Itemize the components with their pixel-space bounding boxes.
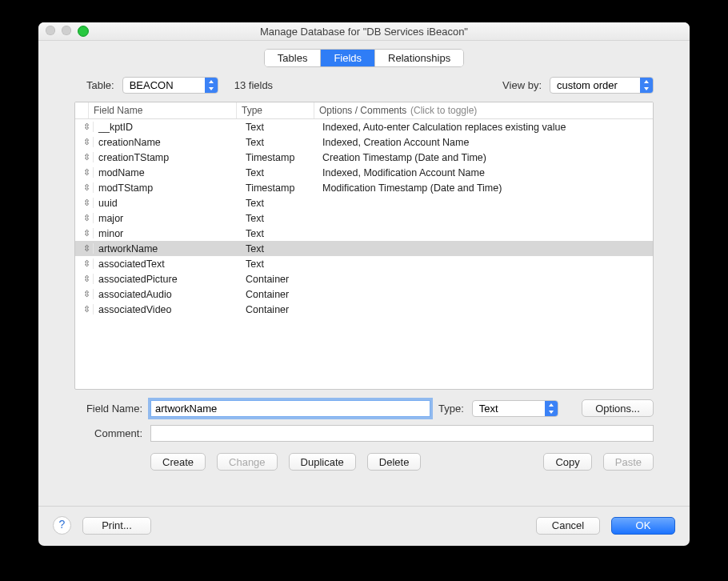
cell-field-name: modName: [94, 167, 241, 178]
options-button[interactable]: Options...: [582, 399, 654, 417]
table-row[interactable]: ⇳__kptIDTextIndexed, Auto-enter Calculat…: [75, 119, 653, 134]
cell-field-name: artworkName: [94, 243, 241, 254]
cell-type: Text: [241, 228, 318, 239]
table-select[interactable]: BEACON: [122, 77, 218, 94]
comment-label: Comment:: [74, 427, 142, 439]
cell-type: Text: [241, 258, 318, 270]
table-row[interactable]: ⇳associatedAudioContainer: [75, 286, 653, 302]
table-row[interactable]: ⇳creationNameTextIndexed, Creation Accou…: [75, 134, 653, 150]
cell-field-name: associatedVideo: [94, 304, 241, 315]
table-header: Field Name Type Options / Comments (Clic…: [75, 102, 653, 119]
create-button[interactable]: Create: [150, 453, 206, 471]
drag-handle-icon[interactable]: ⇳: [75, 274, 94, 284]
cell-type: Container: [241, 289, 318, 300]
help-button[interactable]: ?: [53, 516, 71, 535]
tab-segmented-control: Tables Fields Relationships: [264, 49, 464, 67]
cell-type: Text: [241, 213, 318, 224]
table-row[interactable]: ⇳majorText: [75, 210, 653, 226]
drag-handle-icon[interactable]: ⇳: [75, 182, 94, 193]
window-zoom-button[interactable]: [78, 26, 89, 37]
change-button[interactable]: Change: [217, 453, 278, 471]
table-body[interactable]: ⇳__kptIDTextIndexed, Auto-enter Calculat…: [75, 119, 653, 389]
cell-field-name: creationName: [94, 137, 241, 148]
print-button[interactable]: Print...: [82, 517, 151, 535]
viewby-select[interactable]: custom order: [550, 77, 654, 94]
cell-field-name: associatedPicture: [94, 274, 241, 285]
table-row[interactable]: ⇳modNameTextIndexed, Modification Accoun…: [75, 165, 653, 180]
cell-options: Creation Timestamp (Date and Time): [318, 152, 653, 163]
window-close-button[interactable]: [46, 26, 55, 35]
table-row[interactable]: ⇳uuidText: [75, 195, 653, 210]
tab-relationships[interactable]: Relationships: [375, 50, 463, 66]
drag-handle-icon[interactable]: ⇳: [75, 304, 94, 315]
top-controls: Table: BEACON 13 fields View by: custom …: [38, 70, 690, 98]
drag-handle-icon[interactable]: ⇳: [75, 228, 94, 238]
dialog-footer: ? Print... Cancel OK: [38, 506, 690, 546]
drag-handle-icon[interactable]: ⇳: [75, 137, 94, 147]
ok-button[interactable]: OK: [611, 517, 675, 535]
cell-field-name: __kptID: [94, 122, 241, 133]
drag-handle-icon[interactable]: ⇳: [75, 122, 94, 132]
cell-field-name: associatedAudio: [94, 289, 241, 300]
table-row[interactable]: ⇳associatedPictureContainer: [75, 271, 653, 286]
col-field-name[interactable]: Field Name: [89, 102, 237, 118]
table-row[interactable]: ⇳minorText: [75, 226, 653, 241]
cell-type: Container: [241, 274, 318, 285]
cell-options: Modification Timestamp (Date and Time): [318, 182, 653, 194]
type-label: Type:: [438, 403, 464, 415]
fieldname-label: Field Name:: [74, 403, 142, 415]
cell-options: Indexed, Modification Account Name: [318, 167, 653, 178]
viewby-label: View by:: [502, 79, 542, 91]
cell-options: Indexed, Creation Account Name: [318, 137, 653, 148]
cell-type: Text: [241, 137, 318, 148]
table-row[interactable]: ⇳associatedVideoContainer: [75, 302, 653, 317]
tab-bar: Tables Fields Relationships: [38, 41, 690, 70]
drag-handle-icon[interactable]: ⇳: [75, 243, 94, 254]
table-row[interactable]: ⇳modTStampTimestampModification Timestam…: [75, 180, 653, 195]
cell-field-name: minor: [94, 228, 241, 239]
duplicate-button[interactable]: Duplicate: [289, 453, 356, 471]
cell-type: Text: [241, 243, 318, 254]
cell-type: Container: [241, 304, 318, 315]
drag-handle-icon[interactable]: ⇳: [75, 152, 94, 162]
cancel-button[interactable]: Cancel: [536, 517, 600, 535]
table-row[interactable]: ⇳associatedTextText: [75, 256, 653, 271]
cell-field-name: uuid: [94, 198, 241, 209]
delete-button[interactable]: Delete: [367, 453, 422, 471]
tab-fields[interactable]: Fields: [321, 50, 375, 66]
cell-type: Timestamp: [241, 182, 318, 194]
cell-field-name: modTStamp: [94, 182, 241, 194]
field-form: Field Name: Type: Text Options... Commen…: [38, 390, 690, 450]
drag-handle-icon[interactable]: ⇳: [75, 289, 94, 299]
field-count: 13 fields: [234, 79, 273, 91]
cell-type: Text: [241, 198, 318, 209]
cell-field-name: creationTStamp: [94, 152, 241, 163]
cell-type: Timestamp: [241, 152, 318, 163]
drag-handle-icon[interactable]: ⇳: [75, 167, 94, 178]
fieldname-input[interactable]: [150, 400, 430, 417]
copy-button[interactable]: Copy: [543, 453, 591, 471]
cell-type: Text: [241, 167, 318, 178]
drag-handle-icon[interactable]: ⇳: [75, 213, 94, 223]
col-type[interactable]: Type: [237, 102, 314, 118]
drag-handle-icon[interactable]: ⇳: [75, 258, 94, 269]
table-label: Table:: [86, 79, 114, 91]
manage-database-window: Manage Database for "DB Services iBeacon…: [38, 22, 690, 546]
cell-field-name: major: [94, 213, 241, 224]
cell-options: Indexed, Auto-enter Calculation replaces…: [318, 122, 653, 133]
titlebar: Manage Database for "DB Services iBeacon…: [38, 22, 690, 41]
table-row[interactable]: ⇳creationTStampTimestampCreation Timesta…: [75, 150, 653, 165]
comment-input[interactable]: [150, 425, 654, 442]
cell-field-name: associatedText: [94, 258, 241, 270]
fields-table: Field Name Type Options / Comments (Clic…: [74, 102, 654, 390]
window-title: Manage Database for "DB Services iBeacon…: [38, 26, 690, 38]
action-buttons: Create Change Duplicate Delete Copy Past…: [38, 450, 690, 471]
window-minimize-button[interactable]: [62, 26, 71, 35]
paste-button[interactable]: Paste: [603, 453, 654, 471]
cell-type: Text: [241, 122, 318, 133]
type-select[interactable]: Text: [472, 400, 558, 417]
drag-handle-icon[interactable]: ⇳: [75, 198, 94, 208]
col-options[interactable]: Options / Comments (Click to toggle): [314, 102, 653, 118]
table-row[interactable]: ⇳artworkNameText: [75, 241, 653, 256]
tab-tables[interactable]: Tables: [265, 50, 322, 66]
